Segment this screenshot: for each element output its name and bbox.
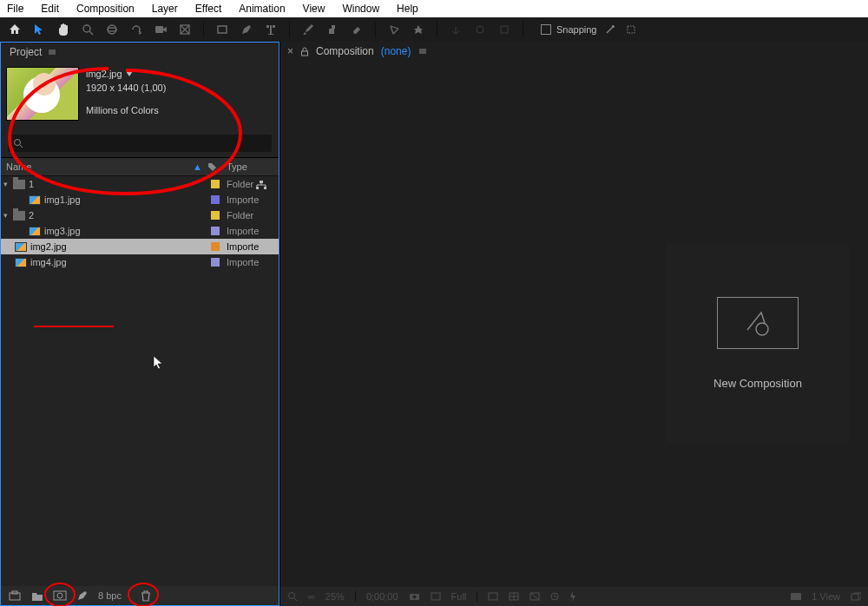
color-swatch[interactable] <box>211 227 220 235</box>
chevron-down-icon[interactable] <box>126 71 133 76</box>
col-tag-icon[interactable] <box>207 162 223 172</box>
roto-tool-icon[interactable] <box>386 22 402 37</box>
local-axis-icon[interactable] <box>448 22 464 37</box>
project-row-img1[interactable]: img1.jpg Importe <box>1 192 279 207</box>
project-row-img2[interactable]: img2.jpg Importe <box>1 239 279 254</box>
image-icon <box>29 195 41 205</box>
foot-exposure-icon[interactable] <box>791 593 801 600</box>
foot-view[interactable]: 1 View <box>812 591 840 602</box>
menu-window[interactable]: Window <box>333 1 388 16</box>
project-row-folder-1[interactable]: ▾1 Folder <box>1 176 279 192</box>
composition-panel: × Composition (none) New Composition ∞ 2… <box>279 42 868 606</box>
rotate-tool-icon[interactable] <box>128 22 144 37</box>
menu-animation[interactable]: Animation <box>230 1 293 16</box>
brush-tool-icon[interactable] <box>300 22 316 37</box>
type-tool-icon[interactable] <box>263 22 279 37</box>
svg-point-2 <box>108 28 116 31</box>
foot-region-icon[interactable] <box>431 592 441 601</box>
menu-layer[interactable]: Layer <box>143 1 187 16</box>
project-row-img3[interactable]: img3.jpg Importe <box>1 223 279 239</box>
color-swatch[interactable] <box>211 211 220 220</box>
view-axis-icon[interactable] <box>496 22 512 37</box>
project-row-img4[interactable]: img4.jpg Importe <box>1 254 279 270</box>
pen-tool-icon[interactable] <box>239 22 254 37</box>
svg-rect-5 <box>218 26 227 33</box>
menu-view[interactable]: View <box>294 1 334 16</box>
panel-menu-icon[interactable] <box>418 47 428 56</box>
project-tab[interactable]: Project <box>1 43 279 62</box>
world-axis-icon[interactable] <box>472 22 488 37</box>
color-swatch[interactable] <box>211 195 220 204</box>
zoom-tool-icon[interactable] <box>80 22 95 37</box>
close-tab-icon[interactable]: × <box>287 45 293 57</box>
preview-dimensions: 1920 x 1440 (1,00) <box>86 82 166 93</box>
new-composition-label: New Composition <box>713 377 802 390</box>
color-swatch[interactable] <box>211 242 220 251</box>
snapping-checkbox[interactable] <box>541 24 551 35</box>
menu-effect[interactable]: Effect <box>187 1 230 16</box>
svg-rect-30 <box>852 594 858 600</box>
selection-tool-icon[interactable] <box>31 22 47 37</box>
orbit-tool-icon[interactable] <box>104 22 120 37</box>
foot-zoom[interactable]: 25% <box>326 591 345 602</box>
eraser-tool-icon[interactable] <box>349 22 365 37</box>
foot-3d-icon[interactable] <box>851 592 861 601</box>
flowchart-icon <box>256 181 266 189</box>
menu-help[interactable]: Help <box>388 1 427 16</box>
composition-tab[interactable]: × Composition (none) <box>280 42 868 61</box>
workspace: Project img2.jpg 1920 x 1440 (1,00) Mill… <box>0 42 868 606</box>
image-icon <box>15 242 27 252</box>
new-composition-placeholder[interactable]: New Composition <box>667 243 849 443</box>
clone-tool-icon[interactable] <box>325 22 340 37</box>
foot-timecode[interactable]: 0;00;00 <box>366 591 398 602</box>
rectangle-tool-icon[interactable] <box>214 22 230 37</box>
camera-tool-icon[interactable] <box>153 22 168 37</box>
snap-ext1-icon[interactable] <box>602 22 618 37</box>
home-icon[interactable] <box>7 22 23 37</box>
pan-behind-tool-icon[interactable] <box>177 22 193 37</box>
interpret-footage-icon[interactable] <box>8 590 22 602</box>
composition-tab-value: (none) <box>381 45 411 57</box>
menu-file[interactable]: File <box>3 1 32 16</box>
project-search[interactable] <box>8 135 272 152</box>
foot-time-icon[interactable] <box>550 592 559 601</box>
svg-rect-14 <box>264 187 266 189</box>
svg-rect-29 <box>791 593 801 600</box>
new-composition-icon[interactable] <box>53 590 67 602</box>
puppet-tool-icon[interactable] <box>411 22 426 37</box>
bpc-label[interactable]: 8 bpc <box>98 590 122 601</box>
foot-mask-icon[interactable] <box>529 592 540 601</box>
svg-point-23 <box>412 596 416 599</box>
menu-edit[interactable]: Edit <box>32 1 68 16</box>
sort-asc-icon[interactable]: ▲ <box>193 161 202 172</box>
snap-ext2-icon[interactable] <box>623 22 639 37</box>
foot-res[interactable]: Full <box>451 591 467 602</box>
project-tab-label: Project <box>10 46 42 58</box>
preview-thumbnail[interactable] <box>6 67 79 121</box>
foot-guides-icon[interactable] <box>509 592 519 601</box>
new-folder-icon[interactable] <box>30 590 44 602</box>
adjustment-layer-icon[interactable] <box>76 590 89 602</box>
color-swatch[interactable] <box>211 180 220 188</box>
foot-camera-icon[interactable] <box>409 592 420 601</box>
folder-icon <box>13 211 25 221</box>
project-table-header: Name ▲ Type <box>1 157 279 176</box>
foot-flash-icon[interactable] <box>569 591 576 602</box>
project-row-folder-2[interactable]: ▾2 Folder <box>1 207 279 223</box>
composition-viewer[interactable]: New Composition <box>280 61 868 587</box>
hand-tool-icon[interactable] <box>56 22 71 37</box>
search-icon <box>13 138 23 148</box>
foot-grid-icon[interactable] <box>488 592 498 601</box>
image-icon <box>15 258 27 267</box>
foot-magnify-icon[interactable] <box>287 591 298 602</box>
col-type-label[interactable]: Type <box>223 161 279 172</box>
color-swatch[interactable] <box>211 258 220 267</box>
foot-chain-icon[interactable]: ∞ <box>308 591 315 602</box>
trash-icon[interactable] <box>139 590 153 602</box>
menu-composition[interactable]: Composition <box>68 1 143 16</box>
col-name-label[interactable]: Name <box>6 161 31 172</box>
project-rows: ▾1 Folder img1.jpg Importe ▾2 Folder img… <box>1 176 279 270</box>
annotation-underline <box>34 325 114 327</box>
lock-icon[interactable] <box>300 47 309 56</box>
preview-color-depth: Millions of Colors <box>86 105 166 115</box>
